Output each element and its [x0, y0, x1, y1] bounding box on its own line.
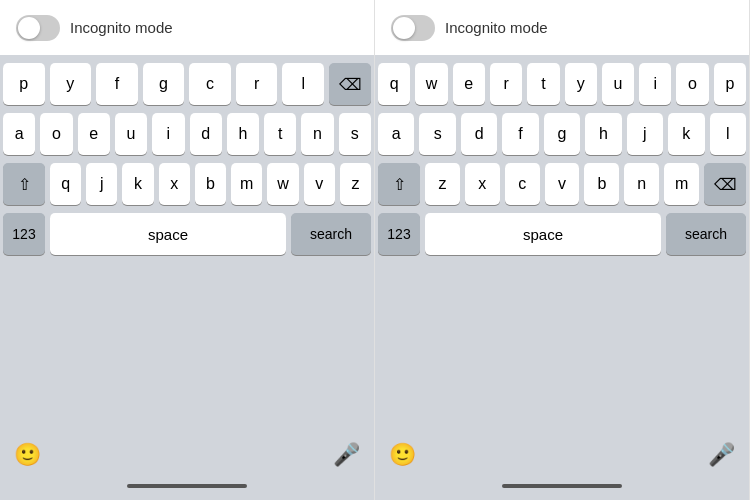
- key-row-3-left: ⇧ q j k x b m w v z: [3, 163, 371, 205]
- key-t2[interactable]: t: [527, 63, 559, 105]
- keyboard-right: q w e r t y u i o p a s d f g h j k l ⇧: [375, 55, 749, 436]
- incognito-toggle-right[interactable]: [391, 15, 435, 41]
- bottom-row-right: 123 space search: [378, 213, 746, 255]
- right-panel: Incognito mode q w e r t y u i o p a s d…: [375, 0, 750, 500]
- bottom-row-left: 123 space search: [3, 213, 371, 255]
- key-h2[interactable]: h: [585, 113, 621, 155]
- key-z[interactable]: z: [340, 163, 371, 205]
- key-e[interactable]: e: [78, 113, 110, 155]
- backspace-icon: ⌫: [339, 75, 362, 94]
- key-t[interactable]: t: [264, 113, 296, 155]
- toggle-thumb-left: [18, 17, 40, 39]
- key-q[interactable]: q: [50, 163, 81, 205]
- backspace-key-right[interactable]: ⌫: [704, 163, 746, 205]
- search-key-right[interactable]: search: [666, 213, 746, 255]
- key-h[interactable]: h: [227, 113, 259, 155]
- backspace-icon-right: ⌫: [714, 175, 737, 194]
- emoji-mic-row-right: 🙂 🎤: [375, 436, 749, 472]
- key-n[interactable]: n: [301, 113, 333, 155]
- key-a[interactable]: a: [3, 113, 35, 155]
- shift-icon: ⇧: [18, 175, 31, 194]
- key-row-2-left: a o e u i d h t n s: [3, 113, 371, 155]
- top-bar-right: Incognito mode: [375, 0, 749, 55]
- left-panel: Incognito mode p y f g c r l ⌫ a o e u i…: [0, 0, 375, 500]
- top-bar-left: Incognito mode: [0, 0, 374, 55]
- key-y2[interactable]: y: [565, 63, 597, 105]
- key-r[interactable]: r: [236, 63, 278, 105]
- backspace-key-left[interactable]: ⌫: [329, 63, 371, 105]
- home-bar-right: [502, 484, 622, 488]
- key-o[interactable]: o: [40, 113, 72, 155]
- key-u[interactable]: u: [115, 113, 147, 155]
- space-key-left[interactable]: space: [50, 213, 286, 255]
- key-c[interactable]: c: [189, 63, 231, 105]
- key-n2[interactable]: n: [624, 163, 659, 205]
- home-bar-left: [127, 484, 247, 488]
- key-r2[interactable]: r: [490, 63, 522, 105]
- key-o2[interactable]: o: [676, 63, 708, 105]
- key-s[interactable]: s: [339, 113, 371, 155]
- mic-icon-left[interactable]: 🎤: [333, 442, 360, 468]
- shift-key-right[interactable]: ⇧: [378, 163, 420, 205]
- key-row-2-right: a s d f g h j k l: [378, 113, 746, 155]
- key-z2[interactable]: z: [425, 163, 460, 205]
- emoji-icon-left[interactable]: 🙂: [14, 442, 41, 468]
- key-d2[interactable]: d: [461, 113, 497, 155]
- key-p[interactable]: p: [3, 63, 45, 105]
- home-indicator-left: [0, 472, 374, 500]
- key-f2[interactable]: f: [502, 113, 538, 155]
- key-k[interactable]: k: [122, 163, 153, 205]
- key-i[interactable]: i: [152, 113, 184, 155]
- key-y[interactable]: y: [50, 63, 92, 105]
- key-row-1-right: q w e r t y u i o p: [378, 63, 746, 105]
- key-p2[interactable]: p: [714, 63, 746, 105]
- key-row-3-right: ⇧ z x c v b n m ⌫: [378, 163, 746, 205]
- keyboard-left: p y f g c r l ⌫ a o e u i d h t n s: [0, 55, 374, 436]
- key-j2[interactable]: j: [627, 113, 663, 155]
- toggle-thumb-right: [393, 17, 415, 39]
- incognito-label-right: Incognito mode: [445, 19, 548, 36]
- num-key-left[interactable]: 123: [3, 213, 45, 255]
- key-d[interactable]: d: [190, 113, 222, 155]
- key-i2[interactable]: i: [639, 63, 671, 105]
- key-l[interactable]: l: [282, 63, 324, 105]
- key-f[interactable]: f: [96, 63, 138, 105]
- home-indicator-right: [375, 472, 749, 500]
- key-m2[interactable]: m: [664, 163, 699, 205]
- num-key-right[interactable]: 123: [378, 213, 420, 255]
- shift-key-left[interactable]: ⇧: [3, 163, 45, 205]
- key-e2[interactable]: e: [453, 63, 485, 105]
- key-m[interactable]: m: [231, 163, 262, 205]
- key-s2[interactable]: s: [419, 113, 455, 155]
- key-u2[interactable]: u: [602, 63, 634, 105]
- search-key-left[interactable]: search: [291, 213, 371, 255]
- key-w[interactable]: w: [267, 163, 298, 205]
- key-l2[interactable]: l: [710, 113, 746, 155]
- incognito-toggle-left[interactable]: [16, 15, 60, 41]
- key-a2[interactable]: a: [378, 113, 414, 155]
- shift-icon-right: ⇧: [393, 175, 406, 194]
- emoji-icon-right[interactable]: 🙂: [389, 442, 416, 468]
- space-key-right[interactable]: space: [425, 213, 661, 255]
- key-j[interactable]: j: [86, 163, 117, 205]
- mic-icon-right[interactable]: 🎤: [708, 442, 735, 468]
- key-v2[interactable]: v: [545, 163, 580, 205]
- key-g2[interactable]: g: [544, 113, 580, 155]
- key-c2[interactable]: c: [505, 163, 540, 205]
- key-x[interactable]: x: [159, 163, 190, 205]
- key-k2[interactable]: k: [668, 113, 704, 155]
- key-b[interactable]: b: [195, 163, 226, 205]
- incognito-label-left: Incognito mode: [70, 19, 173, 36]
- key-w2[interactable]: w: [415, 63, 447, 105]
- key-row-1-left: p y f g c r l ⌫: [3, 63, 371, 105]
- key-b2[interactable]: b: [584, 163, 619, 205]
- key-g[interactable]: g: [143, 63, 185, 105]
- key-q2[interactable]: q: [378, 63, 410, 105]
- key-x2[interactable]: x: [465, 163, 500, 205]
- key-v[interactable]: v: [304, 163, 335, 205]
- emoji-mic-row-left: 🙂 🎤: [0, 436, 374, 472]
